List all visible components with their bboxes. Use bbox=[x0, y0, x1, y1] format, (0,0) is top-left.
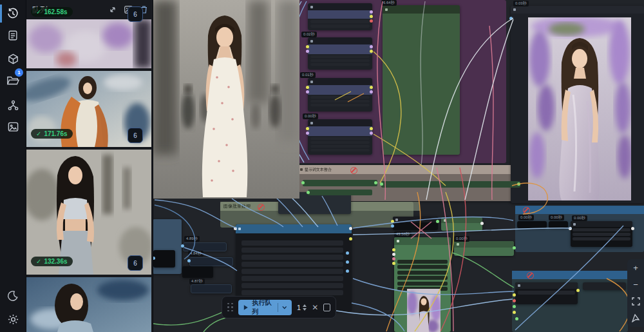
clear-queue-button[interactable]: ✕ bbox=[312, 303, 318, 312]
moon-icon bbox=[7, 290, 19, 302]
socket-dot[interactable] bbox=[301, 181, 305, 184]
node-icon bbox=[300, 168, 303, 171]
node-collapsed[interactable] bbox=[191, 284, 232, 293]
node-collapsed-wide[interactable] bbox=[515, 282, 578, 304]
sidebar-item-workflows-folder[interactable]: 1 bbox=[0, 70, 26, 92]
decrement-icon[interactable] bbox=[303, 308, 307, 311]
queue-item-count-badge[interactable]: 6 bbox=[128, 6, 143, 22]
sidebar-item-settings[interactable] bbox=[0, 308, 26, 330]
bypass-icon bbox=[258, 204, 265, 211]
chevron-down-icon[interactable] bbox=[282, 306, 287, 309]
exec-time-tag: 0.02秒 bbox=[301, 32, 317, 37]
run-queue-label: 执行队列 bbox=[252, 298, 273, 317]
node-right-dark[interactable] bbox=[571, 221, 632, 247]
workflow-icon bbox=[7, 99, 19, 112]
node-indigo-1[interactable] bbox=[308, 3, 372, 30]
node-title: 提示词文本整合 bbox=[305, 167, 332, 173]
photo-street-preview[interactable] bbox=[153, 0, 299, 199]
exec-time-tag: 0.00秒 bbox=[549, 215, 564, 220]
exec-time-tag: 0.00秒 bbox=[572, 215, 587, 221]
node-black-box[interactable] bbox=[182, 266, 213, 278]
sidebar-item-history[interactable] bbox=[0, 3, 26, 24]
node-black-box[interactable] bbox=[153, 250, 175, 268]
widget-bar[interactable] bbox=[381, 181, 520, 188]
node-green-wide[interactable] bbox=[454, 241, 514, 256]
bypass-icon bbox=[350, 167, 357, 174]
batch-count-stepper[interactable]: 1 bbox=[297, 304, 307, 311]
socket-dot[interactable] bbox=[374, 181, 377, 184]
log-icon bbox=[7, 30, 19, 41]
exec-time-tag: 0.00秒 bbox=[454, 236, 469, 242]
exec-time-tag: 4.89秒 bbox=[184, 236, 200, 242]
exec-time-tag: 4.87秒 bbox=[189, 278, 205, 284]
exec-time-tag: 43.58秒 bbox=[394, 231, 412, 237]
queue-item-count-badge[interactable]: 6 bbox=[128, 128, 143, 143]
package-icon bbox=[7, 53, 19, 65]
select-cursor-icon[interactable] bbox=[632, 314, 639, 322]
stop-button[interactable] bbox=[323, 304, 330, 311]
queue-item-time-badge: ✓ 162.58s bbox=[31, 7, 73, 17]
queue-item-image[interactable] bbox=[26, 277, 151, 332]
widget-bar[interactable] bbox=[303, 180, 377, 186]
fit-view-icon[interactable] bbox=[632, 297, 640, 306]
increment-icon[interactable] bbox=[303, 304, 307, 307]
node-sampler-green[interactable] bbox=[394, 237, 451, 332]
exec-time-tag: 4.84秒 bbox=[188, 251, 204, 257]
play-icon bbox=[243, 304, 248, 311]
node-green-small[interactable] bbox=[441, 217, 482, 231]
exec-time-tag: 0.03秒 bbox=[513, 1, 529, 6]
batch-count-value: 1 bbox=[297, 304, 301, 311]
folder-badge: 1 bbox=[15, 68, 23, 77]
queue-panel: 队列 ✓ 162.58s 6 bbox=[26, 0, 153, 332]
check-icon: ✓ bbox=[36, 258, 41, 265]
exec-time-tag: 6.64秒 bbox=[381, 0, 397, 6]
exec-time-tag: 0.01秒 bbox=[300, 72, 316, 78]
node-note[interactable] bbox=[383, 5, 460, 155]
socket-dot[interactable] bbox=[517, 182, 520, 186]
history-icon bbox=[6, 7, 19, 20]
queue-item-count-badge[interactable]: 6 bbox=[128, 255, 143, 271]
node-indigo-2[interactable] bbox=[308, 37, 372, 70]
node-image-preview-right[interactable] bbox=[511, 6, 644, 203]
app-window: 提示词文本整合 图像批量处理 0.02秒 0.01秒 bbox=[0, 0, 644, 332]
image-icon bbox=[7, 121, 19, 133]
exec-time-tag: 0.00秒 bbox=[303, 113, 318, 119]
queue-item-time-badge: ✓ 132.36s bbox=[31, 257, 73, 266]
group-title: 图像批量处理 bbox=[223, 203, 251, 210]
bypass-icon bbox=[523, 207, 530, 214]
widget-bar[interactable] bbox=[308, 190, 372, 195]
node-collapsed[interactable] bbox=[583, 282, 626, 290]
socket-dot[interactable] bbox=[380, 182, 383, 186]
gear-icon bbox=[7, 313, 19, 326]
socket-dot[interactable] bbox=[307, 191, 310, 194]
node-collapsed[interactable] bbox=[183, 242, 227, 251]
check-icon: ✓ bbox=[36, 8, 41, 15]
queue-item-image[interactable] bbox=[26, 19, 151, 68]
sidebar-item-log[interactable] bbox=[0, 24, 26, 46]
drag-handle[interactable] bbox=[227, 303, 233, 312]
node-indigo-4[interactable] bbox=[308, 119, 372, 155]
node-image-preview-wisteria-small[interactable] bbox=[407, 289, 440, 332]
queue-item-time-badge: ✓ 171.76s bbox=[31, 129, 73, 139]
node-indigo-3[interactable] bbox=[308, 78, 372, 112]
zoom-out-button[interactable]: − bbox=[633, 280, 638, 289]
sidebar-item-node-library[interactable] bbox=[0, 94, 26, 116]
exec-time-tag: 0.00秒 bbox=[518, 215, 534, 220]
zoom-in-button[interactable]: + bbox=[633, 264, 638, 272]
expand-icon[interactable] bbox=[109, 6, 117, 14]
run-queue-button[interactable]: 执行队列 bbox=[238, 300, 292, 315]
check-icon: ✓ bbox=[36, 130, 41, 137]
node-collapsed[interactable] bbox=[517, 221, 547, 228]
activity-bar: 1 bbox=[0, 0, 26, 332]
node-collapsed[interactable] bbox=[189, 257, 233, 266]
sidebar-item-gallery[interactable] bbox=[0, 116, 26, 138]
canvas-zoom-toolbar: + − bbox=[627, 259, 644, 327]
bypass-icon bbox=[527, 272, 534, 279]
run-toolbar: 执行队列 1 ✕ bbox=[222, 296, 336, 318]
sidebar-item-models[interactable] bbox=[0, 48, 26, 70]
node-collapsed[interactable] bbox=[549, 221, 568, 228]
node-black[interactable] bbox=[393, 217, 438, 230]
photo-wisteria[interactable] bbox=[528, 17, 631, 200]
sidebar-item-theme[interactable] bbox=[0, 285, 26, 307]
